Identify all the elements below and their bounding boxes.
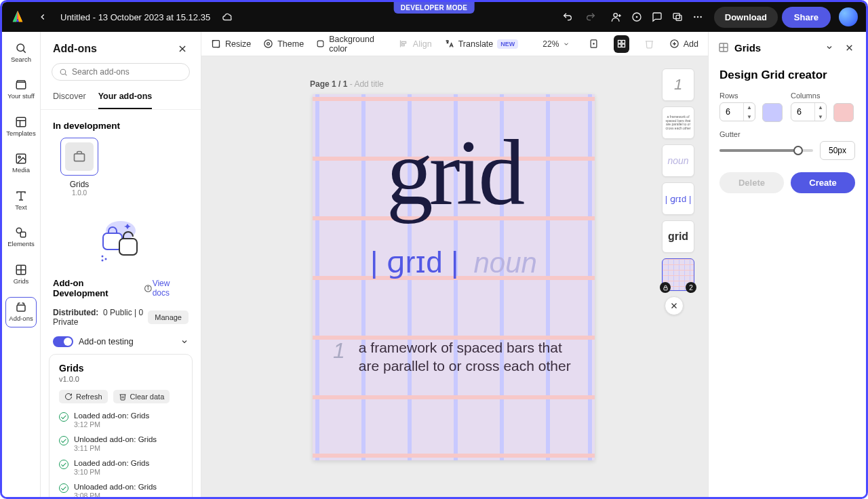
chevron-down-icon[interactable] bbox=[825, 43, 833, 52]
comment-icon[interactable] bbox=[648, 7, 667, 26]
check-icon bbox=[59, 436, 68, 445]
cols-input[interactable]: ▲▼ bbox=[791, 102, 827, 121]
addon-dev-heading: Add-on Development bbox=[53, 278, 153, 298]
svg-point-41 bbox=[267, 43, 270, 45]
info-icon[interactable] bbox=[144, 284, 153, 293]
rows-input[interactable]: ▲▼ bbox=[719, 102, 755, 121]
addon-testing-toggle[interactable] bbox=[53, 336, 73, 347]
search-addons-box[interactable] bbox=[52, 63, 190, 81]
close-thumbnails-button[interactable] bbox=[665, 296, 684, 315]
help-icon[interactable] bbox=[627, 7, 646, 26]
svg-rect-56 bbox=[663, 287, 667, 290]
rail-item-templates[interactable]: Templates bbox=[5, 113, 37, 141]
canvas-stage[interactable]: Page 1 / 1 - Add title grid | ɡrɪd |noun… bbox=[201, 56, 708, 497]
close-grids-panel[interactable] bbox=[842, 40, 856, 55]
document-title[interactable]: Untitled - 13 October 2023 at 15.12.35 bbox=[60, 12, 210, 22]
close-panel-button[interactable] bbox=[175, 41, 190, 56]
rail-label: Grids bbox=[14, 278, 29, 285]
dev-addon-version: 1.0.0 bbox=[72, 189, 87, 197]
rail-item-text[interactable]: Text bbox=[5, 186, 37, 215]
thumbnail-2[interactable]: a framework of spaced bars that are para… bbox=[662, 106, 694, 139]
slider-thumb[interactable] bbox=[793, 146, 803, 155]
grid-view-button[interactable] bbox=[614, 35, 629, 53]
redo-button[interactable] bbox=[581, 7, 600, 26]
cols-step-up[interactable]: ▲ bbox=[815, 102, 826, 112]
canvas-text-grid[interactable]: grid bbox=[313, 131, 595, 215]
cloud-sync-icon[interactable] bbox=[218, 7, 237, 26]
page-label[interactable]: Page 1 / 1 - Add title bbox=[310, 79, 384, 89]
gutter-slider[interactable] bbox=[719, 149, 813, 152]
svg-point-36 bbox=[102, 260, 104, 262]
canvas-def-num[interactable]: 1 bbox=[333, 338, 345, 376]
thumbnail-1[interactable]: 1 bbox=[662, 68, 694, 101]
thumbnail-count-badge: 2 bbox=[686, 282, 696, 293]
canvas-text-noun[interactable]: noun bbox=[474, 247, 537, 279]
svg-rect-45 bbox=[401, 41, 406, 43]
rail-item-yourstuff[interactable]: Your stuff bbox=[5, 75, 37, 104]
canvas-text-pron[interactable]: | ɡrɪd | bbox=[370, 245, 458, 279]
resize-button[interactable]: Resize bbox=[211, 39, 251, 49]
theme-button[interactable]: Theme bbox=[263, 39, 304, 49]
rows-step-down[interactable]: ▼ bbox=[744, 112, 755, 121]
rail-item-search[interactable]: Search bbox=[5, 39, 37, 67]
svg-point-42 bbox=[264, 40, 272, 47]
thumbnail-4[interactable]: | ɡrɪd | bbox=[662, 182, 694, 215]
refresh-button[interactable]: Refresh bbox=[59, 390, 108, 403]
rail-label: Search bbox=[11, 56, 31, 63]
thumbnail-5[interactable]: grid bbox=[662, 220, 694, 253]
rows-label: Rows bbox=[719, 92, 755, 100]
page-view-button[interactable] bbox=[586, 35, 601, 53]
canvas-area: Resize Theme Background color Align Tran… bbox=[201, 32, 708, 497]
delete-grid-button: Delete bbox=[719, 172, 784, 193]
rail-item-media[interactable]: Media bbox=[5, 149, 37, 178]
gutter-value[interactable]: 50px bbox=[820, 141, 855, 160]
back-button[interactable] bbox=[33, 7, 52, 26]
cols-color-swatch[interactable] bbox=[833, 103, 854, 122]
tab-discover[interactable]: Discover bbox=[53, 87, 86, 109]
resize-icon bbox=[211, 39, 221, 49]
rail-label: Media bbox=[12, 167, 30, 174]
create-grid-button[interactable]: Create bbox=[791, 172, 855, 193]
thumbnail-6[interactable]: 2 bbox=[662, 258, 694, 291]
chevron-down-icon[interactable] bbox=[180, 338, 189, 346]
svg-rect-40 bbox=[213, 41, 220, 47]
app-logo[interactable] bbox=[10, 9, 25, 24]
thumbnail-3[interactable]: noun bbox=[662, 144, 694, 177]
bgcolor-button[interactable]: Background color bbox=[316, 35, 387, 54]
grids-panel-title: Grids bbox=[734, 42, 820, 54]
undo-button[interactable] bbox=[558, 7, 577, 26]
more-icon[interactable] bbox=[688, 7, 707, 26]
rows-step-up[interactable]: ▲ bbox=[744, 102, 755, 112]
dev-addon-item[interactable]: Grids 1.0.0 bbox=[53, 138, 106, 197]
svg-rect-13 bbox=[16, 117, 26, 127]
manage-button[interactable]: Manage bbox=[148, 311, 189, 324]
translate-button[interactable]: TranslateNEW bbox=[444, 39, 519, 49]
add-page-button[interactable]: Add bbox=[669, 39, 698, 49]
user-avatar[interactable] bbox=[839, 7, 858, 26]
delete-page-button bbox=[642, 35, 657, 53]
rail-item-addons[interactable]: Add-ons bbox=[5, 297, 37, 327]
log-entry: Loaded add-on: Grids3:10 PM bbox=[59, 459, 182, 476]
rows-color-swatch[interactable] bbox=[762, 103, 783, 122]
addons-illustration bbox=[41, 197, 201, 271]
rail-item-elements[interactable]: Elements bbox=[5, 223, 37, 252]
view-docs-link[interactable]: View docs bbox=[153, 279, 189, 298]
artboard[interactable]: grid | ɡrɪd |noun 1a framework of spaced… bbox=[313, 94, 595, 460]
canvas-def-text[interactable]: a framework of spaced bars that are para… bbox=[359, 338, 574, 376]
rail-item-grids[interactable]: Grids bbox=[5, 260, 37, 289]
search-addons-input[interactable] bbox=[72, 67, 182, 77]
rail-label: Elements bbox=[7, 241, 35, 247]
refresh-icon bbox=[64, 393, 73, 401]
tab-your-addons[interactable]: Your add-ons bbox=[98, 87, 153, 109]
download-button[interactable]: Download bbox=[714, 7, 778, 28]
share-button[interactable]: Share bbox=[782, 7, 831, 28]
invite-icon[interactable] bbox=[607, 7, 626, 26]
plus-circle-icon bbox=[669, 39, 679, 49]
cols-step-down[interactable]: ▼ bbox=[815, 112, 826, 121]
svg-point-39 bbox=[148, 286, 149, 287]
present-icon[interactable] bbox=[668, 7, 687, 26]
grids-heading: Design Grid creator bbox=[719, 68, 855, 82]
svg-rect-46 bbox=[401, 44, 404, 46]
zoom-dropdown[interactable]: 22% bbox=[542, 39, 570, 49]
clear-data-button[interactable]: Clear data bbox=[113, 390, 170, 403]
